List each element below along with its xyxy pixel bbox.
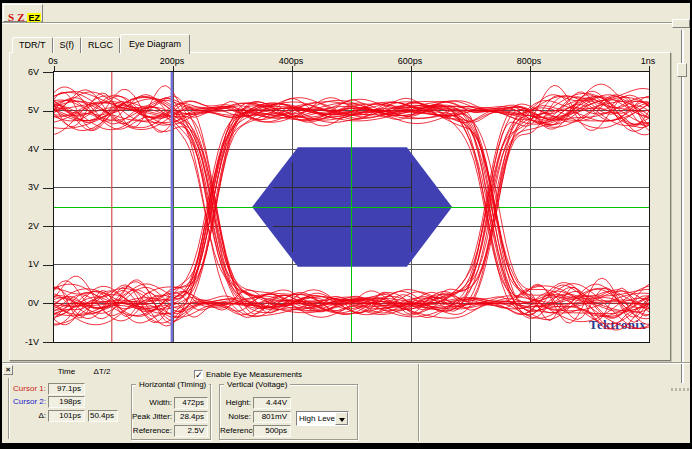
width-field[interactable]: 472ps [174, 397, 208, 409]
tab-s-f[interactable]: S(f) [53, 37, 82, 53]
cursor1-time-field[interactable]: 97.1ps [48, 383, 85, 395]
measurement-panel-divider [418, 364, 420, 441]
height-field[interactable]: 4.44V [253, 397, 291, 409]
horizontal-timing-title: Horizontal (Timing) [136, 380, 209, 389]
cursor1-label: Cursor 1: [0, 383, 46, 395]
vertical-reference-label: Reference: [220, 425, 251, 437]
slider-track[interactable] [681, 30, 684, 383]
peak-jitter-label: Peak Jitter: [132, 411, 172, 423]
height-label: Height: [220, 397, 251, 409]
delta-t2-column-header: ΔT/2 [84, 367, 120, 377]
level-select-dropdown[interactable]: High Level [296, 411, 349, 426]
vertical-voltage-title: Vertical (Voltage) [224, 380, 290, 389]
horizontal-reference-field[interactable]: 2.5V [174, 425, 208, 437]
peak-jitter-field[interactable]: 28.4ps [174, 411, 208, 423]
dropdown-button[interactable] [335, 412, 348, 425]
horizontal-reference-label: Reference: [132, 425, 172, 437]
width-label: Width: [132, 397, 172, 409]
noise-label: Noise: [220, 411, 251, 423]
slider-thumb[interactable] [677, 63, 687, 77]
vertical-voltage-group: Vertical (Voltage) Height: 4.44V Noise: … [219, 384, 358, 440]
delta-time-field[interactable]: 101ps [48, 410, 85, 422]
measurement-panel-separator [2, 362, 690, 364]
resize-grip [671, 388, 690, 391]
noise-field[interactable]: 801mV [253, 411, 291, 423]
tab-rlgc[interactable]: RLGC [81, 37, 120, 53]
tab-strip: TDR/T S(f) RLGC Eye Diagram [12, 33, 190, 53]
enable-eye-measurements-checkbox[interactable]: ✓ [194, 370, 203, 379]
tab-tdr-t[interactable]: TDR/T [12, 37, 53, 53]
tab-eye-diagram[interactable]: Eye Diagram [120, 34, 190, 54]
enable-eye-measurements-label: Enable Eye Measurements [206, 369, 302, 380]
slider-top-cap[interactable] [672, 19, 690, 28]
delta-label: Δ: [0, 410, 46, 422]
close-measurements-button[interactable]: × [3, 365, 13, 375]
level-select-value: High Level [299, 413, 337, 424]
cursor2-label: Cursor 2: [0, 396, 46, 408]
toolbar-separator [2, 22, 690, 24]
vertical-reference-field[interactable]: 500ps [253, 425, 291, 437]
time-column-header: Time [48, 367, 85, 377]
eye-diagram-canvas [54, 72, 649, 342]
checkmark-icon: ✓ [195, 370, 203, 380]
horizontal-timing-group: Horizontal (Timing) Width: 472ps Peak Ji… [131, 384, 211, 440]
chevron-down-icon [339, 418, 345, 425]
eye-diagram-plot[interactable]: Tektronix [53, 71, 650, 343]
cursor2-time-field[interactable]: 198ps [48, 396, 85, 408]
toolbar-logo-tab: SZEZ [3, 4, 43, 22]
delta-t2-field[interactable]: 50.4ps [88, 410, 118, 422]
